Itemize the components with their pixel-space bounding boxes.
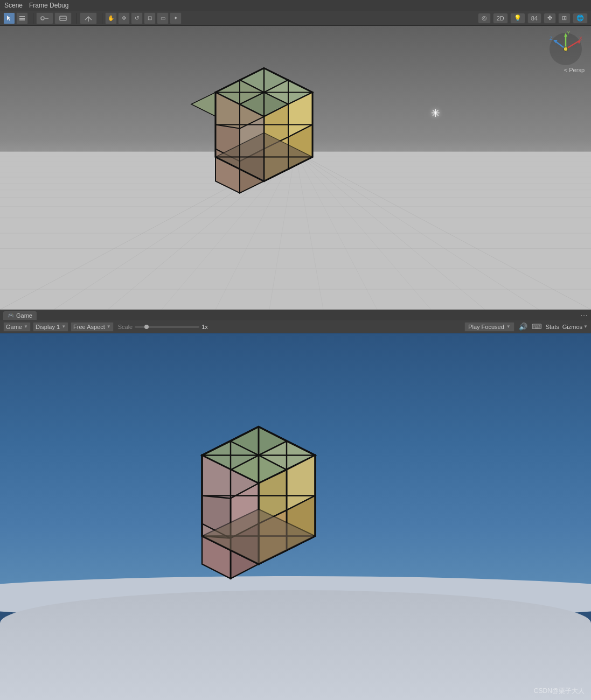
display-dropdown[interactable]: Display 1 ▼ bbox=[33, 322, 68, 332]
svg-text:Y: Y bbox=[567, 30, 570, 36]
game-panel: 🎮 Game ⋯ Game ▼ Display 1 ▼ Free Aspect … bbox=[0, 310, 591, 700]
game-cube bbox=[178, 419, 339, 604]
toolbar-select-btn[interactable] bbox=[3, 12, 15, 24]
game-tab-more[interactable]: ⋯ bbox=[580, 311, 588, 320]
game-dropdown[interactable]: Game ▼ bbox=[3, 322, 31, 332]
stats-label: Stats bbox=[546, 324, 559, 330]
scale-label: Scale bbox=[118, 324, 133, 330]
svg-text:Z: Z bbox=[550, 36, 553, 41]
keyboard-icon-btn[interactable]: ⌨ bbox=[532, 322, 543, 332]
toolbar-gizmo-btn[interactable]: 🌐 bbox=[573, 13, 588, 24]
toolbar-light-btn[interactable]: 💡 bbox=[510, 13, 525, 24]
gizmos-button[interactable]: Gizmos ▼ bbox=[562, 324, 588, 330]
svg-marker-0 bbox=[7, 16, 11, 21]
svg-rect-1 bbox=[19, 16, 25, 17]
persp-label: < Persp bbox=[564, 67, 585, 73]
game-tab[interactable]: 🎮 Game bbox=[3, 311, 37, 320]
game-tab-label: Game bbox=[16, 312, 32, 319]
game-tab-icon: 🎮 bbox=[8, 312, 14, 318]
gizmos-arrow: ▼ bbox=[583, 324, 588, 329]
toolbar-rotate-btn[interactable]: ↺ bbox=[131, 12, 143, 24]
toolbar-move-btn[interactable]: ✥ bbox=[118, 12, 130, 24]
svg-rect-3 bbox=[19, 19, 25, 20]
scale-value: 1x bbox=[201, 324, 208, 330]
sun-icon: ✳ bbox=[431, 107, 440, 120]
stats-button[interactable]: Stats bbox=[546, 324, 559, 330]
scene-viewport: ✳ bbox=[0, 26, 591, 310]
aspect-arrow: ▼ bbox=[107, 324, 111, 329]
game-dropdown-label: Game bbox=[6, 324, 22, 330]
scale-slider-dot bbox=[144, 325, 149, 329]
frame-debug-menu-item[interactable]: Frame Debug bbox=[29, 2, 68, 9]
display-label: Display 1 bbox=[36, 324, 60, 330]
play-focused-arrow: ▼ bbox=[506, 324, 511, 329]
play-focused-label: Play Focused bbox=[468, 324, 504, 330]
game-dropdown-arrow: ▼ bbox=[24, 324, 28, 329]
toolbar-hand-btn[interactable]: ✋ bbox=[105, 12, 117, 24]
toolbar-group-pivot bbox=[36, 12, 72, 24]
display-arrow: ▼ bbox=[61, 324, 66, 329]
gizmos-label: Gizmos bbox=[562, 324, 582, 330]
toolbar-scale-btn[interactable]: ⊡ bbox=[144, 12, 156, 24]
audio-icon-btn[interactable]: 🔊 bbox=[518, 322, 529, 332]
svg-text:X: X bbox=[579, 36, 582, 41]
game-viewport: CSDN@栗子大人 bbox=[0, 333, 591, 700]
toolbar-rect-btn[interactable]: ▭ bbox=[157, 12, 169, 24]
watermark: CSDN@栗子大人 bbox=[534, 687, 585, 696]
toolbar-menu-btn[interactable] bbox=[16, 12, 28, 24]
game-floor bbox=[0, 590, 591, 700]
toolbar-2d-btn[interactable]: 2D bbox=[493, 13, 508, 24]
aspect-dropdown[interactable]: Free Aspect ▼ bbox=[71, 322, 114, 332]
scene-menu-item[interactable]: Scene bbox=[4, 2, 23, 9]
scene-toolbar: ✋ ✥ ↺ ⊡ ▭ ✦ ◎ 2D 💡 84 ✤ ⊞ 🌐 bbox=[0, 11, 591, 26]
toolbar-group-transform bbox=[3, 12, 28, 24]
toolbar-group-view: ✋ ✥ ↺ ⊡ ▭ ✦ bbox=[105, 12, 182, 24]
toolbar-custom-btn[interactable]: ✦ bbox=[170, 12, 182, 24]
toolbar-snap-btn[interactable] bbox=[80, 12, 97, 24]
toolbar-pivot-btn[interactable] bbox=[36, 12, 53, 24]
svg-point-76 bbox=[564, 47, 568, 51]
aspect-label: Free Aspect bbox=[73, 324, 105, 330]
svg-rect-2 bbox=[19, 18, 25, 19]
toolbar-right: ◎ 2D 💡 84 ✤ ⊞ 🌐 bbox=[478, 13, 588, 24]
scene-menubar: Scene Frame Debug bbox=[0, 0, 591, 11]
separator-3 bbox=[102, 13, 102, 24]
toolbar-group-snap bbox=[80, 12, 97, 24]
toolbar-global-btn[interactable] bbox=[54, 12, 72, 24]
separator-1 bbox=[33, 13, 33, 24]
game-toolbar-right: Play Focused ▼ 🔊 ⌨ Stats Gizmos ▼ bbox=[464, 322, 588, 332]
scene-cube bbox=[205, 63, 323, 205]
scene-panel: Scene Frame Debug bbox=[0, 0, 591, 310]
play-focused-button[interactable]: Play Focused ▼ bbox=[464, 322, 514, 332]
toolbar-fx-btn[interactable]: ✤ bbox=[544, 13, 556, 24]
svg-point-4 bbox=[41, 17, 44, 20]
game-tabbar: 🎮 Game ⋯ bbox=[0, 310, 591, 320]
toolbar-render-mode[interactable]: ◎ bbox=[478, 13, 491, 24]
toolbar-scene-vis-btn[interactable]: ⊞ bbox=[558, 13, 571, 24]
toolbar-audio-btn[interactable]: 84 bbox=[527, 13, 541, 24]
game-toolbar: Game ▼ Display 1 ▼ Free Aspect ▼ Scale 1… bbox=[0, 320, 591, 333]
scale-slider[interactable] bbox=[135, 326, 199, 328]
separator-2 bbox=[77, 13, 77, 24]
gizmo-axes[interactable]: Y X Z bbox=[547, 30, 585, 68]
